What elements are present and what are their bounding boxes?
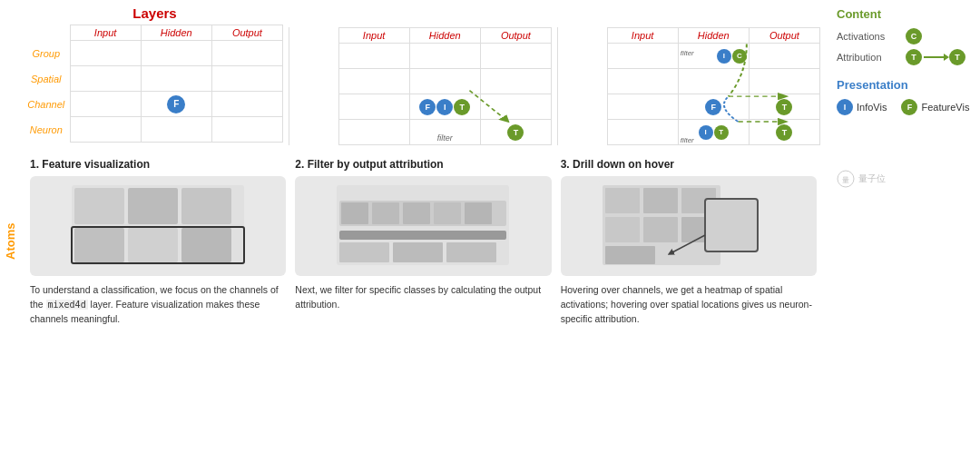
step-2-title: 2. Filter by output attribution xyxy=(295,158,551,171)
code-layer: mixed4d xyxy=(46,300,88,310)
col-hidden-2: Hidden xyxy=(409,28,480,44)
svg-rect-20 xyxy=(393,242,443,262)
table-row: Neuron xyxy=(26,117,283,143)
node-C-3: C xyxy=(732,49,747,64)
steps-section: 1. Feature visualization xyxy=(21,149,826,326)
arrow-shaft xyxy=(924,56,944,58)
step1-svg xyxy=(67,181,249,271)
col-input-3: Input xyxy=(607,28,678,44)
col-hidden-1: Hidden xyxy=(141,25,211,41)
table-row: F I T xyxy=(295,94,552,120)
featurevis-label: FeatureVis xyxy=(921,102,969,113)
layers-table-3: Input Hidden Output I xyxy=(564,27,820,145)
svg-text:量: 量 xyxy=(842,176,849,184)
table-row xyxy=(295,69,552,94)
attribution-label: Attribution xyxy=(837,52,900,63)
node-T-3b: T xyxy=(714,125,729,140)
svg-rect-16 xyxy=(434,202,461,224)
node-I-2: I xyxy=(436,99,453,115)
svg-rect-25 xyxy=(643,188,678,213)
svg-rect-21 xyxy=(446,242,496,262)
node-F-3: F xyxy=(705,99,721,115)
col-output-3: Output xyxy=(749,28,819,44)
svg-rect-30 xyxy=(605,246,655,264)
col-output-1: Output xyxy=(211,25,282,41)
activations-label: Activations xyxy=(837,31,900,42)
watermark: 量 量子位 xyxy=(837,170,969,188)
svg-rect-8 xyxy=(128,228,178,262)
step-panel-1: 1. Feature visualization xyxy=(30,158,286,326)
grid-panel-2: Input Hidden Output xyxy=(289,5,557,145)
infovis-item: I InfoVis xyxy=(837,99,887,115)
step-3-image xyxy=(561,176,817,276)
step2-svg xyxy=(332,181,514,271)
table-row: Channel F xyxy=(26,92,283,117)
svg-rect-15 xyxy=(403,202,430,224)
content-title: Content xyxy=(837,7,969,21)
step-panel-3: 3. Drill down on hover xyxy=(561,158,817,326)
node-T-3a: T xyxy=(776,99,792,115)
table-row: Group xyxy=(26,41,283,66)
svg-rect-24 xyxy=(605,188,640,213)
layers-table-1: Input Hidden Output Group xyxy=(26,25,283,143)
table-row: I C filter xyxy=(564,44,820,69)
featurevis-item: F FeatureVis xyxy=(901,99,969,115)
step-3-title: 3. Drill down on hover xyxy=(561,158,817,171)
activations-row: Activations C xyxy=(837,28,969,44)
watermark-icon: 量 xyxy=(837,170,855,188)
node-I-3b: I xyxy=(699,125,713,140)
step-3-text: Hovering over channels, we get a heatmap… xyxy=(561,283,817,326)
svg-rect-18 xyxy=(339,231,506,240)
step-panel-2: 2. Filter by output attribution xyxy=(295,158,551,326)
attribution-arrow-group: T T xyxy=(906,49,965,65)
col-output-2: Output xyxy=(480,28,551,44)
attribution-badge-2: T xyxy=(949,49,965,65)
layers-table-2: Input Hidden Output xyxy=(295,27,552,145)
grid-panel-1: Layers Input Hidden Output Group xyxy=(21,5,289,145)
svg-rect-14 xyxy=(372,202,399,224)
svg-rect-19 xyxy=(339,242,389,262)
step3-svg xyxy=(598,181,779,271)
filter-label-3b: filter xyxy=(681,136,694,144)
svg-rect-5 xyxy=(128,188,178,224)
node-T-2b: T xyxy=(507,124,524,141)
svg-rect-9 xyxy=(181,228,231,262)
infovis-label: InfoVis xyxy=(857,102,887,113)
svg-rect-4 xyxy=(74,188,124,224)
svg-rect-28 xyxy=(643,217,678,242)
svg-rect-13 xyxy=(341,202,368,224)
col-input-1: Input xyxy=(70,25,141,41)
watermark-text: 量子位 xyxy=(858,172,886,185)
featurevis-badge: F xyxy=(901,99,917,115)
node-T-3c: T xyxy=(776,124,792,141)
table-row xyxy=(295,44,552,69)
col-input-2: Input xyxy=(338,28,409,44)
filter-label-3a: filter xyxy=(681,49,694,57)
svg-rect-6 xyxy=(181,188,231,224)
step-1-title: 1. Feature visualization xyxy=(30,158,286,171)
node-F-1: F xyxy=(167,95,185,113)
node-F-2: F xyxy=(419,99,436,115)
step-2-image xyxy=(295,176,551,276)
atoms-label: Atoms xyxy=(0,9,21,473)
presentation-title: Presentation xyxy=(837,78,969,92)
step-1-text: To understand a classification, we focus… xyxy=(30,283,286,326)
table-row: filter T xyxy=(295,120,552,145)
attribution-row: Attribution T T xyxy=(837,49,969,65)
svg-rect-17 xyxy=(465,202,492,224)
presentation-row: I InfoVis F FeatureVis xyxy=(837,99,969,115)
step-1-image xyxy=(30,176,286,276)
infovis-badge: I xyxy=(837,99,853,115)
svg-rect-31 xyxy=(705,199,758,251)
arrow-head xyxy=(944,54,949,61)
attribution-badge-1: T xyxy=(906,49,922,65)
col-hidden-3: Hidden xyxy=(678,28,749,44)
table-row: Spatial xyxy=(26,66,283,92)
filter-label-2: filter xyxy=(437,133,453,143)
node-I-3: I xyxy=(717,49,731,64)
activations-badge: C xyxy=(906,28,922,44)
table-row: F T xyxy=(564,94,820,120)
table-row xyxy=(564,69,820,94)
grid-panel-3: Input Hidden Output I xyxy=(558,5,826,145)
svg-rect-7 xyxy=(74,228,124,262)
